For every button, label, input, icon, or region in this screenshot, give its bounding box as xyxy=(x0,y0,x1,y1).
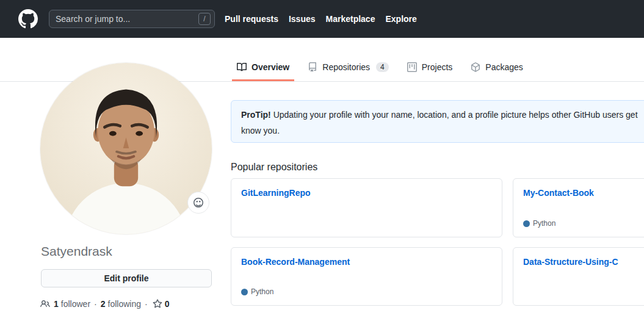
top-navbar: / Pull requests Issues Marketplace Explo… xyxy=(0,0,644,38)
slash-shortcut-key: / xyxy=(198,13,211,25)
follow-stats: 1 follower · 2 following · 0 xyxy=(40,299,169,309)
repo-link-gitlearningrepo[interactable]: GitLearningRepo xyxy=(241,188,311,198)
nav-marketplace[interactable]: Marketplace xyxy=(326,14,375,24)
repo-card-my-contact-book: My-Contact-Book Python xyxy=(513,178,644,237)
repo-card-book-record-management: Book-Record-Management Python xyxy=(231,247,502,306)
book-icon xyxy=(237,62,247,72)
separator-dot: · xyxy=(145,299,148,309)
people-icon xyxy=(40,299,50,309)
star-icon xyxy=(153,299,162,309)
github-logo-icon[interactable] xyxy=(18,9,38,29)
nav-explore[interactable]: Explore xyxy=(385,14,416,24)
protip-line-2: know you. xyxy=(241,123,644,139)
profile-tabs: Overview Repositories 4 Projects Package… xyxy=(232,38,528,81)
set-status-button[interactable] xyxy=(187,192,209,214)
repo-link-book-record-management[interactable]: Book-Record-Management xyxy=(241,257,350,267)
nav-pull-requests[interactable]: Pull requests xyxy=(225,14,278,24)
popular-repositories-heading: Popular repositories xyxy=(231,162,317,173)
protip-label: ProTip! xyxy=(241,110,271,120)
tab-packages-label: Packages xyxy=(485,62,523,72)
language-label: Python xyxy=(533,219,555,228)
repo-link-data-structure-using-c[interactable]: Data-Structure-Using-C xyxy=(523,257,618,267)
navbar-links: Pull requests Issues Marketplace Explore xyxy=(225,0,417,38)
protip-banner: ProTip! Updating your profile with your … xyxy=(231,100,644,143)
avatar-photo xyxy=(40,63,212,234)
protip-text: Updating your profile with your name, lo… xyxy=(273,110,638,120)
following-count: 2 xyxy=(101,299,106,309)
profile-avatar[interactable] xyxy=(40,63,212,234)
followers-count: 1 xyxy=(54,299,59,309)
protip-line-1: ProTip! Updating your profile with your … xyxy=(241,107,644,123)
tab-overview-label: Overview xyxy=(251,62,289,72)
search-input[interactable] xyxy=(49,14,198,24)
stars-count: 0 xyxy=(165,299,170,309)
followers-label: follower xyxy=(61,299,90,309)
repo-language: Python xyxy=(241,287,492,296)
tab-repositories[interactable]: Repositories 4 xyxy=(303,62,394,81)
following-link[interactable]: 2 following xyxy=(101,299,141,309)
package-icon xyxy=(471,62,480,72)
nav-issues[interactable]: Issues xyxy=(289,14,316,24)
repo-card-gitlearningrepo: GitLearningRepo xyxy=(231,178,502,237)
edit-profile-button[interactable]: Edit profile xyxy=(41,269,212,287)
tab-overview[interactable]: Overview xyxy=(232,62,294,81)
project-icon xyxy=(407,62,417,72)
followers-link[interactable]: 1 follower xyxy=(54,299,90,309)
tab-repositories-label: Repositories xyxy=(322,62,370,72)
search-box: / xyxy=(49,10,215,28)
smiley-icon xyxy=(194,198,203,208)
tab-projects[interactable]: Projects xyxy=(402,62,458,81)
github-profile-page: / Pull requests Issues Marketplace Explo… xyxy=(0,0,644,332)
repo-card-data-structure-using-c: Data-Structure-Using-C xyxy=(513,247,644,306)
separator-dot: · xyxy=(94,299,97,309)
following-label: following xyxy=(108,299,141,309)
repo-language: Python xyxy=(523,219,644,228)
repo-icon xyxy=(308,62,317,72)
profile-username: Satyendrask xyxy=(41,244,112,259)
repositories-count-badge: 4 xyxy=(376,62,389,72)
language-dot-icon xyxy=(523,220,530,227)
repo-link-my-contact-book[interactable]: My-Contact-Book xyxy=(523,188,594,198)
tab-packages[interactable]: Packages xyxy=(466,62,527,81)
language-label: Python xyxy=(251,287,273,296)
language-dot-icon xyxy=(241,289,248,295)
tab-projects-label: Projects xyxy=(422,62,453,72)
